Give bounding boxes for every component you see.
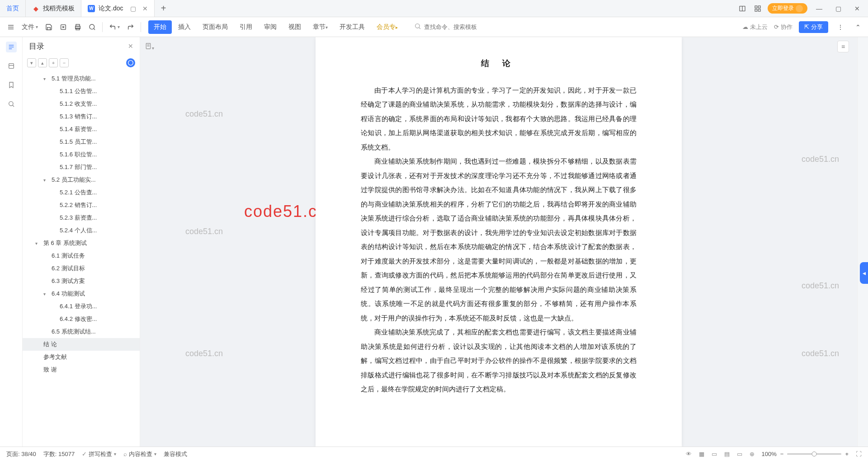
tab-review[interactable]: 审阅 [259,20,282,34]
page-marker-icon[interactable]: ▾ [145,42,154,51]
undo-button[interactable]: ▾ [106,22,123,33]
sync-icon[interactable] [126,58,135,67]
preview-button[interactable] [86,22,99,33]
outline-item[interactable]: ▾6.4 功能测试 [23,287,140,300]
page-options-button[interactable]: ≡ [837,41,849,52]
fullscreen-icon[interactable]: ⛶ [856,451,862,457]
outline-item[interactable]: 5.1.5 员工管... [23,136,140,148]
app-close-button[interactable]: ✕ [850,1,864,16]
outline-close-icon[interactable]: ✕ [128,42,133,50]
tab-sections[interactable]: 章节▾ [307,20,333,34]
search-rail-icon[interactable] [6,99,17,109]
view-web-icon[interactable]: ▭ [712,451,717,457]
outline-item[interactable]: 5.1.2 收支管... [23,98,140,110]
cloud-status[interactable]: ☁未上云 [742,23,768,31]
tab-devtools[interactable]: 开发工具 [334,20,370,34]
outline-item[interactable]: 5.1.7 部门管... [23,161,140,174]
apps-icon[interactable] [752,3,763,14]
collab-button[interactable]: ⟳协作 [774,23,793,31]
outline-rail-icon[interactable] [6,42,17,52]
export-button[interactable] [57,22,70,33]
outline-item[interactable]: 6.4.1 登录功... [23,300,140,313]
word-count[interactable]: 字数: 15077 [43,450,75,458]
page-indicator[interactable]: 页面: 38/40 [6,450,36,458]
zoom-value[interactable]: 100% [762,451,777,457]
collapse-ribbon-button[interactable]: ⌃ [853,22,863,33]
outline-item[interactable]: 5.1.4 薪资管... [23,123,140,136]
document-area[interactable]: ▾ ≡ code51.cn code51.cn code51.cn code51… [140,37,857,447]
view-read-icon[interactable]: ▭ [737,451,742,457]
zoom-in-button[interactable]: + [845,451,849,457]
tab-references[interactable]: 引用 [234,20,258,34]
ribbon: 文件▾ ▾ 开始 插入 页面布局 引用 审阅 视图 章节▾ 开发工具 会员专▸ … [0,17,868,37]
outline-item[interactable]: ▾5.2 员工功能实... [23,174,140,186]
command-search[interactable] [414,23,505,31]
outline-item-label: 5.1.1 公告管... [60,87,97,95]
close-icon[interactable]: ✕ [142,5,148,12]
outline-item[interactable]: 结 论 [23,338,140,351]
collapse-all-button[interactable]: ▾ [27,58,36,67]
view-page-icon[interactable]: ▦ [699,451,704,457]
outline-item[interactable]: 致 谢 [23,363,140,376]
tab-start[interactable]: 开始 [148,20,172,34]
tab-view[interactable]: 视图 [283,20,307,34]
outline-item[interactable]: 6.1 测试任务 [23,249,140,262]
outline-item[interactable]: 参考文献 [23,351,140,363]
view-outline-icon[interactable]: ▤ [724,451,730,457]
zoom-out-button[interactable]: − [780,451,784,457]
tab-templates[interactable]: ◆ 找稻壳模板 [26,0,81,17]
outline-item[interactable]: 5.2.1 公告查... [23,186,140,199]
save-button[interactable] [42,22,55,33]
ruler-icon[interactable]: ⊕ [750,451,755,457]
menu-button[interactable] [5,22,17,33]
print-button[interactable] [71,22,84,33]
outline-item-label: 6.5 系统测试结... [52,328,96,336]
right-panel-handle[interactable]: ◂ [860,262,868,284]
main-area: 目录 ✕ ▾ ▴ + − ▾5.1 管理员功能...5.1.1 公告管...5.… [0,37,868,447]
outline-item[interactable]: 5.2.4 个人信... [23,224,140,237]
compat-mode[interactable]: 兼容模式 [164,450,187,458]
search-icon [414,23,421,31]
spellcheck-button[interactable]: ✓拼写检查▾ [82,450,116,458]
outline-item[interactable]: ▾第 6 章 系统测试 [23,237,140,249]
tab-window-icon[interactable]: ▢ [130,5,136,12]
tab-home[interactable]: 首页 [0,0,26,17]
zoom-thumb[interactable] [812,452,817,456]
bookmark-rail-icon[interactable] [6,80,17,90]
layout-icon[interactable] [737,3,748,14]
tab-insert[interactable]: 插入 [173,20,196,34]
tab-layout[interactable]: 页面布局 [197,20,233,34]
chevron-icon: ▾ [43,178,50,183]
minimize-button[interactable]: — [812,1,826,16]
new-tab-button[interactable]: + [155,0,172,17]
maximize-button[interactable]: ▢ [831,1,845,16]
add-heading-button[interactable]: + [49,58,58,67]
outline-item[interactable]: 5.1.1 公告管... [23,85,140,98]
nav-rail-icon[interactable] [6,61,17,71]
tab-document[interactable]: W 论文.doc ▢ ✕ [81,0,155,17]
expand-all-button[interactable]: ▴ [38,58,47,67]
search-input[interactable] [424,24,496,30]
outline-item[interactable]: 6.3 测试方案 [23,275,140,287]
outline-item[interactable]: 6.5 系统测试结... [23,325,140,338]
outline-item[interactable]: 5.2.2 销售订... [23,199,140,212]
more-button[interactable]: ⋮ [835,22,846,33]
redo-button[interactable] [124,22,137,33]
content-check-button[interactable]: ⌕内容检查▾ [123,450,156,458]
outline-tree[interactable]: ▾5.1 管理员功能...5.1.1 公告管...5.1.2 收支管...5.1… [23,71,140,447]
ribbon-tabs: 开始 插入 页面布局 引用 审阅 视图 章节▾ 开发工具 会员专▸ [148,20,403,34]
zoom-slider[interactable] [787,453,841,455]
login-button[interactable]: 立即登录 [768,3,807,14]
outline-item[interactable]: ▾5.1 管理员功能... [23,72,140,85]
outline-item[interactable]: 6.2 测试目标 [23,262,140,275]
remove-heading-button[interactable]: − [60,58,69,67]
file-menu[interactable]: 文件▾ [19,21,41,33]
outline-item[interactable]: 5.2.3 薪资查... [23,212,140,224]
share-button[interactable]: ⇱分享 [799,21,828,33]
outline-item[interactable]: 5.1.3 销售订... [23,110,140,123]
view-eye-icon[interactable]: 👁 [686,451,692,457]
outline-item-label: 5.1.6 职位管... [60,151,97,159]
outline-item[interactable]: 6.4.2 修改密... [23,313,140,325]
outline-item[interactable]: 5.1.6 职位管... [23,148,140,161]
tab-vip[interactable]: 会员专▸ [371,20,403,34]
